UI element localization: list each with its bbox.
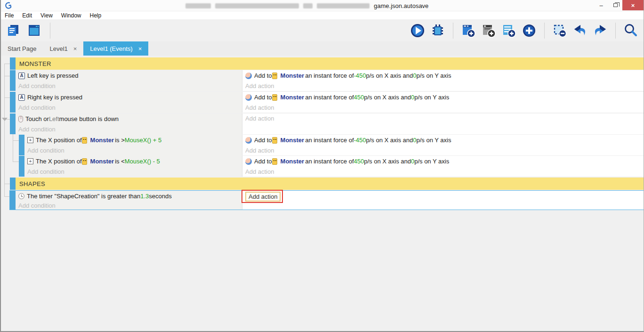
text-segment: Monster [281,94,305,101]
menu-view[interactable]: View [40,12,57,19]
menu-edit[interactable]: Edit [22,12,37,19]
tab-level1-scene[interactable]: Level1 × [43,41,83,56]
event-drag-handle[interactable] [19,156,24,177]
event-group-row[interactable]: MONSTER [10,57,644,70]
menu-help[interactable]: Help [90,12,106,19]
condition-text[interactable]: Touch or Left mouse button is down [18,113,242,124]
undo-icon[interactable] [572,23,588,39]
text-segment: is < [115,158,125,165]
action-text[interactable]: Add to Monster an instant force of 450 p… [245,156,644,167]
action-text[interactable]: Add to Monster an instant force of -450 … [245,70,644,81]
text-segment: Monster [90,158,114,165]
text-segment: Monster [281,72,305,79]
condition-text[interactable]: ALeft key is pressed [18,70,242,81]
text-segment: an instant force of [305,158,354,165]
add-action-button[interactable]: Add action [245,81,644,91]
actions-cell: Add to Monster an instant force of -450 … [242,70,644,91]
event-drag-handle[interactable] [10,113,16,134]
add-condition-button[interactable]: Add condition [27,146,242,155]
add-condition-button[interactable]: Add condition [18,124,242,134]
timer-icon [18,193,24,199]
restore-button[interactable] [608,0,622,10]
window-title: game.json.autosave [185,0,428,11]
add-comment-icon[interactable] [501,23,517,39]
event-drag-handle[interactable] [19,135,24,155]
condition-text[interactable]: +The X position of Monster is > MouseX()… [27,135,242,146]
tab-close-icon[interactable]: × [138,45,142,52]
project-manager-icon[interactable] [6,23,22,39]
add-event-icon[interactable] [460,23,476,39]
condition-text[interactable]: +The X position of Monster is < MouseX()… [27,156,242,167]
text-segment: an instant force of [305,137,354,144]
text-segment: p/s on Y axis [417,72,451,79]
toolbar-separator [544,23,545,39]
add-condition-button[interactable]: Add condition [18,103,242,113]
conditions-cell: ALeft key is pressedAdd condition [16,70,242,91]
event-row[interactable]: +The X position of Monster is < MouseX()… [19,156,644,177]
force-icon [245,158,252,165]
position-icon: + [27,137,33,143]
actions-cell: Add to Monster an instant force of 450 p… [242,156,644,177]
event-row[interactable]: Touch or Left mouse button is downAdd co… [10,113,644,134]
add-action-button[interactable]: Add action [245,113,644,123]
event-row[interactable]: +The X position of Monster is > MouseX()… [19,135,644,155]
add-action-button[interactable]: Add action [245,192,281,202]
action-text[interactable]: Add to Monster an instant force of -450 … [245,135,644,146]
text-segment: Monster [281,137,305,144]
action-button-line: Add action [245,191,644,202]
tab-level1-events[interactable]: Level1 (Events) × [83,41,148,56]
add-action-button[interactable]: Add action [245,103,644,113]
add-condition-button[interactable]: Add condition [27,167,242,177]
menu-file[interactable]: File [5,12,18,19]
event-row[interactable]: ALeft key is pressedAdd conditionAdd to … [10,70,644,91]
add-subevent-icon[interactable] [481,23,497,39]
event-drag-handle[interactable] [10,70,16,91]
text-segment: p/s on X axis and [364,158,411,165]
text-segment: Add to [254,94,272,101]
event-drag-handle[interactable] [10,178,16,190]
event-row[interactable]: The timer "ShapeCreation" is greater tha… [10,191,644,210]
redacted-title-text [215,3,299,8]
add-other-event-icon[interactable] [521,23,537,39]
debugger-icon[interactable] [430,23,446,39]
tab-close-icon[interactable]: × [73,45,77,52]
preview-play-icon[interactable] [410,23,426,39]
tab-label: Level1 [49,45,67,52]
add-action-button[interactable]: Add action [245,146,644,155]
condition-text[interactable]: The timer "ShapeCreation" is greater tha… [18,191,242,202]
text-segment: MouseX() - 5 [125,158,160,165]
toolbar-separator [615,23,616,39]
redo-icon[interactable] [592,23,608,39]
tab-start-page[interactable]: Start Page [1,41,43,56]
minimize-button[interactable]: – [594,0,608,10]
text-segment: p/s on X axis and [366,137,413,144]
text-segment: Monster [90,137,114,144]
search-icon[interactable] [623,23,639,39]
add-condition-button[interactable]: Add condition [18,202,242,210]
text-segment: Left [49,115,59,122]
event-drag-handle[interactable] [10,57,16,70]
menu-window[interactable]: Window [61,12,86,19]
event-drag-handle[interactable] [10,191,16,210]
scene-editor-icon[interactable] [26,23,42,39]
close-button[interactable]: × [622,0,644,10]
object-icon [272,137,277,144]
condition-text[interactable]: ARight key is pressed [18,92,242,103]
toolbar-right-group [410,23,639,39]
event-row[interactable]: ARight key is pressedAdd conditionAdd to… [10,92,644,113]
position-icon: + [27,158,33,164]
action-text[interactable]: Add to Monster an instant force of 450 p… [245,92,644,103]
text-segment: p/s on Y axis [414,94,449,101]
event-group-row[interactable]: SHAPES [10,178,644,190]
text-segment: Touch or [25,115,49,122]
text-segment: The X position of [36,158,82,165]
event-drag-handle[interactable] [10,92,16,113]
menu-bar: File Edit View Window Help [1,11,644,20]
object-icon [82,137,87,144]
add-condition-button[interactable]: Add condition [18,81,242,91]
text-segment: Add to [254,158,272,165]
conditions-cell: +The X position of Monster is < MouseX()… [24,156,242,177]
conditions-cell: ARight key is pressedAdd condition [16,92,242,113]
add-action-button[interactable]: Add action [245,167,644,177]
delete-selection-icon[interactable] [552,23,568,39]
